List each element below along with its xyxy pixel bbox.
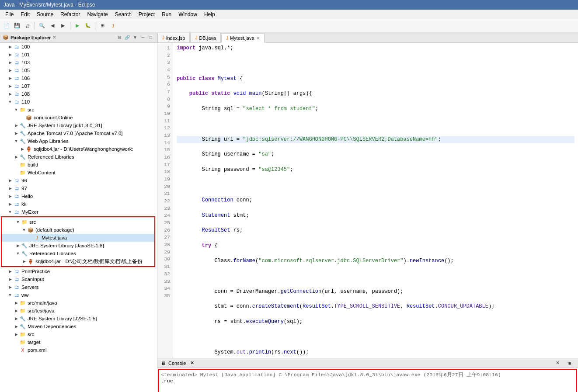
code-ln-16 <box>177 273 575 280</box>
code-ln-15: Class.forName("com.microsoft.sqlserver.j… <box>177 257 575 265</box>
toolbar-print[interactable]: 🖨 <box>23 21 32 31</box>
menu-edit[interactable]: Edit <box>17 10 33 18</box>
tree-item-tomcat[interactable]: ▶ 🔧 Apache Tomcat v7.0 [Apache Tomcat v7… <box>0 129 157 137</box>
ln-13: 13 <box>159 132 170 139</box>
tree-item-ww-src[interactable]: ▶ 📁 src <box>0 330 157 338</box>
menu-run[interactable]: Run <box>158 10 175 18</box>
tree-item-107[interactable]: ▶ 🗂 107 <box>0 82 157 90</box>
view-menu-btn[interactable]: ▼ <box>132 34 139 41</box>
tree-item-build[interactable]: 📁 build <box>0 161 157 169</box>
menu-bar: File Edit Source Refactor Navigate Searc… <box>0 10 578 19</box>
code-ln-21: System.out.println(rs.next()); <box>177 349 575 356</box>
tree-item-sqljdbc-110[interactable]: ▶ 🏺 sqljdbc4.jar - D:\Users\Wanghonghong… <box>0 145 157 153</box>
arrow-scaninput: ▶ <box>7 277 13 281</box>
menu-refactor[interactable]: Refactor <box>57 10 84 18</box>
tree-item-kk[interactable]: ▶ 🗂 kk <box>0 200 157 208</box>
code-ln-5: String sql = "select * from student"; <box>177 105 575 113</box>
tree-item-reflibs-myexer[interactable]: ▼ 🔧 Referenced Libraries <box>2 250 154 257</box>
tree-item-myexer-src[interactable]: ▼ 📁 src <box>2 218 154 226</box>
console-terminate-btn[interactable]: ■ <box>565 358 575 368</box>
minimize-btn[interactable]: ─ <box>139 34 146 41</box>
tree-item-maven[interactable]: ▶ 🔧 Maven Dependencies <box>0 323 157 330</box>
toolbar-new[interactable]: 📄 <box>2 21 11 31</box>
tree-item-103[interactable]: ▶ 🗂 103 <box>0 59 157 66</box>
tab-close-mytestjava[interactable]: ✕ <box>256 36 260 41</box>
toolbar-run[interactable]: ▶ <box>73 21 82 31</box>
tree-item-printpractice[interactable]: ▶ 🗂 PrintPractice <box>0 267 157 275</box>
tree-item-ww-srcmainjava[interactable]: ▶ 📁 src/main/java <box>0 299 157 307</box>
tab-mytestjava[interactable]: J Mytest.java ✕ <box>221 33 265 43</box>
label-96: 96 <box>21 178 27 183</box>
toolbar-back[interactable]: ◀ <box>48 21 57 31</box>
code-editor[interactable]: 1 2 3 4 5 6 7 8 9 10 11 12 13 14 15 16 1… <box>157 43 578 358</box>
tree-item-scaninput[interactable]: ▶ 🗂 ScanInput <box>0 275 157 283</box>
tree-item-97[interactable]: ▶ 🗂 97 <box>0 184 157 192</box>
tree-item-105[interactable]: ▶ 🗂 105 <box>0 66 157 74</box>
code-content[interactable]: import java.sql.*; public class Mytest {… <box>173 43 578 358</box>
tree-item-target[interactable]: 📁 target <box>0 338 157 346</box>
label-100: 100 <box>21 44 30 49</box>
icon-folder-ww-src: 📁 <box>19 331 26 338</box>
menu-search[interactable]: Search <box>111 10 135 18</box>
tree-item-96[interactable]: ▶ 🗂 96 <box>0 177 157 184</box>
menu-source[interactable]: Source <box>33 10 57 18</box>
tree-item-defaultpkg[interactable]: ▼ 📦 (default package) <box>2 226 154 234</box>
label-maven: Maven Dependencies <box>28 324 76 329</box>
menu-navigate[interactable]: Navigate <box>84 10 111 18</box>
label-106: 106 <box>21 76 30 81</box>
icon-project-103: 🗂 <box>13 59 20 66</box>
toolbar-java-perspective[interactable]: J <box>108 21 118 31</box>
tree-item-jre-ww[interactable]: ▶ 🔧 JRE System Library [J2SE-1.5] <box>0 315 157 323</box>
tree-item-jre-110[interactable]: ▶ 🔧 JRE System Library [jdk1.8.0_31] <box>0 121 157 129</box>
tree-container[interactable]: ▶ 🗂 100 ▶ 🗂 101 ▶ 🗂 103 ▶ 🗂 105 <box>0 43 157 392</box>
ln-3: 3 <box>159 59 170 66</box>
tree-item-sqljdbc-myexer[interactable]: ▶ 🏺 sqljdbc4.jar - D:\公司文档\数据库文档\线上备份 <box>2 257 154 265</box>
toolbar-save[interactable]: 💾 <box>12 21 22 31</box>
tree-item-jre-myexer[interactable]: ▶ 🔧 JRE System Library [JavaSE-1.8] <box>2 242 154 250</box>
collapse-all-btn[interactable]: ⊟ <box>116 34 123 41</box>
icon-project-101: 🗂 <box>13 51 20 58</box>
tree-item-ww-srctestjava[interactable]: ▶ 📁 src/test/java <box>0 307 157 315</box>
menu-project[interactable]: Project <box>135 10 158 18</box>
tree-item-mytest-java[interactable]: J Mytest.java <box>2 234 154 242</box>
tab-dbjava[interactable]: J DB.java <box>190 33 221 42</box>
icon-project-110: 🗂 <box>13 98 20 105</box>
tree-item-hello[interactable]: ▶ 🗂 Hello <box>0 192 157 200</box>
maximize-btn[interactable]: □ <box>147 34 154 41</box>
toolbar-forward[interactable]: ▶ <box>58 21 68 31</box>
arrow-107: ▶ <box>7 84 13 88</box>
menu-window[interactable]: Window <box>175 10 201 18</box>
title-bar: Java - MyExer/src/Mytest.java - Eclipse <box>0 0 578 10</box>
link-editor-btn[interactable]: 🔗 <box>124 34 131 41</box>
toolbar-open-perspective[interactable]: ⊞ <box>97 21 107 31</box>
tree-item-myexer[interactable]: ▼ 🗂 MyExer <box>0 208 157 216</box>
tree-item-com-count-online[interactable]: 📦 com.count.Online <box>0 114 157 121</box>
tab-indexjsp[interactable]: J index.jsp <box>157 33 190 42</box>
tree-item-pomxml[interactable]: X pom.xml <box>0 346 157 354</box>
label-webapp: Web App Libraries <box>28 139 69 144</box>
tree-item-webapp[interactable]: ▼ 🔧 Web App Libraries <box>0 137 157 145</box>
tree-item-servers[interactable]: ▶ 🗂 Servers <box>0 283 157 291</box>
menu-help[interactable]: Help <box>201 10 219 18</box>
menu-file[interactable]: File <box>2 10 17 18</box>
tree-item-ww[interactable]: ▼ 🗂 ww <box>0 291 157 299</box>
panel-title: Package Explorer <box>10 35 51 40</box>
tree-item-src-110[interactable]: ▼ 📁 src <box>0 106 157 114</box>
tree-item-reflibs-110[interactable]: ▶ 🔧 Referenced Libraries <box>0 153 157 161</box>
icon-reflibs-myexer: 🔧 <box>21 250 28 257</box>
console-close[interactable]: ✕ <box>190 360 194 366</box>
label-target: target <box>28 340 40 345</box>
ln-5: 5 <box>159 74 170 81</box>
code-ln-10 <box>177 181 575 189</box>
toolbar-debug[interactable]: 🐛 <box>83 21 93 31</box>
tree-item-110[interactable]: ▼ 🗂 110 <box>0 98 157 106</box>
tree-item-108[interactable]: ▶ 🗂 108 <box>0 90 157 98</box>
console-clear-btn[interactable]: ✕ <box>553 358 562 368</box>
arrow-printpractice: ▶ <box>7 269 13 274</box>
tree-item-100[interactable]: ▶ 🗂 100 <box>0 43 157 51</box>
tree-item-webcontent[interactable]: 📁 WebContent <box>0 169 157 177</box>
toolbar-search[interactable]: 🔍 <box>37 21 47 31</box>
tree-item-106[interactable]: ▶ 🗂 106 <box>0 74 157 82</box>
tree-item-101[interactable]: ▶ 🗂 101 <box>0 51 157 59</box>
icon-project-100: 🗂 <box>13 43 20 50</box>
